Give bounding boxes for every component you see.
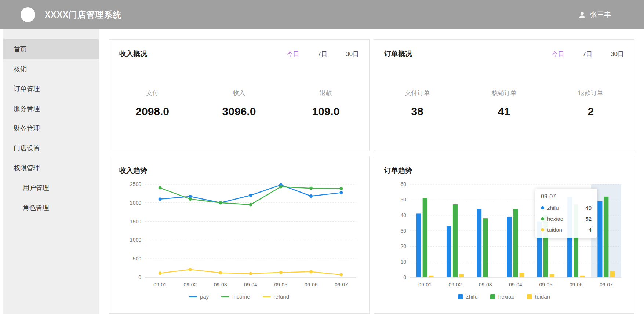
sidebar-item-role-management[interactable]: 角色管理 <box>3 198 99 218</box>
stat-refund-orders-value: 2 <box>547 105 634 118</box>
legend-refund-marker <box>263 296 271 297</box>
sidebar-item-orders[interactable]: 订单管理 <box>3 79 99 99</box>
svg-text:500: 500 <box>133 256 142 262</box>
order-trend-card: 订单趋势 010203040506009-0109-0209-0309-0409… <box>374 156 634 314</box>
legend-refund-label: refund <box>274 293 290 300</box>
legend-income-marker <box>221 296 229 297</box>
sidebar-menu: 首页 核销 订单管理 服务管理 财务管理 门店设置 权限管理 用户管理 角色管理 <box>3 39 99 218</box>
order-tab-30d[interactable]: 30日 <box>611 50 624 58</box>
svg-text:2000: 2000 <box>130 200 141 206</box>
legend-hexiao-label: hexiao <box>498 293 514 300</box>
svg-text:60: 60 <box>400 181 406 187</box>
svg-text:0: 0 <box>403 274 406 280</box>
tooltip-tuidan-value: 4 <box>589 227 592 233</box>
income-trend-title: 收入趋势 <box>119 166 147 175</box>
tooltip-row-zhifu: zhifu 49 <box>541 205 592 211</box>
svg-text:1500: 1500 <box>130 219 141 224</box>
stat-refund-label: 退款 <box>283 89 369 97</box>
svg-text:09-05: 09-05 <box>274 282 287 288</box>
tooltip-tuidan-name: tuidan <box>547 227 562 233</box>
income-tab-30d[interactable]: 30日 <box>346 50 359 58</box>
svg-text:0: 0 <box>138 274 141 280</box>
svg-text:10: 10 <box>400 259 406 265</box>
legend-pay-marker <box>189 296 197 297</box>
sidebar-item-permissions[interactable]: 权限管理 <box>3 158 99 178</box>
legend-pay[interactable]: pay <box>189 293 209 300</box>
svg-text:09-03: 09-03 <box>214 282 227 288</box>
app-header: XXXX门店管理系统 张三丰 <box>0 0 644 29</box>
sidebar-item-store-settings[interactable]: 门店设置 <box>3 138 99 158</box>
stat-refund-orders-label: 退款订单 <box>547 89 634 97</box>
svg-text:09-01: 09-01 <box>418 282 432 288</box>
legend-zhifu-label: zhifu <box>466 293 478 300</box>
stat-verified-orders-label: 核销订单 <box>461 89 547 97</box>
order-stats: 支付订单 38 核销订单 41 退款订单 2 <box>374 89 634 118</box>
sidebar-item-services[interactable]: 服务管理 <box>3 99 99 118</box>
svg-text:20: 20 <box>400 243 406 249</box>
svg-text:09-04: 09-04 <box>244 282 257 288</box>
order-trend-title: 订单趋势 <box>384 166 412 175</box>
stat-refund-orders: 退款订单 2 <box>547 89 634 118</box>
sidebar-item-home[interactable]: 首页 <box>3 39 99 59</box>
income-tab-7d[interactable]: 7日 <box>318 50 327 58</box>
app-title: XXXX门店管理系统 <box>45 9 121 21</box>
svg-text:40: 40 <box>400 212 406 218</box>
income-stats: 支付 2098.0 收入 3096.0 退款 109.0 <box>109 89 369 118</box>
sidebar-item-user-management[interactable]: 用户管理 <box>3 178 99 198</box>
sidebar-item-verification[interactable]: 核销 <box>3 59 99 79</box>
tooltip-zhifu-dot <box>541 206 544 209</box>
sidebar: 首页 核销 订单管理 服务管理 财务管理 门店设置 权限管理 用户管理 角色管理 <box>3 29 99 314</box>
svg-text:30: 30 <box>400 228 406 234</box>
legend-zhifu[interactable]: zhifu <box>458 293 478 300</box>
stat-pay-orders-label: 支付订单 <box>374 89 461 97</box>
legend-tuidan-marker <box>527 294 532 299</box>
svg-text:09-07: 09-07 <box>335 282 348 288</box>
sidebar-item-finance[interactable]: 财务管理 <box>3 118 99 138</box>
app-logo <box>21 7 35 22</box>
stat-income-label: 收入 <box>196 89 282 97</box>
main-content: 收入概况 今日 7日 30日 支付 2098.0 收入 3096.0 退款 10… <box>99 29 644 314</box>
svg-text:09-05: 09-05 <box>539 282 552 288</box>
svg-text:1000: 1000 <box>130 237 141 243</box>
stat-verified-orders-value: 41 <box>461 105 547 118</box>
stat-income-value: 3096.0 <box>196 105 282 118</box>
order-trend-legend: zhifu hexiao tuidan <box>374 293 634 300</box>
legend-income-label: income <box>232 293 250 300</box>
income-overview-card: 收入概况 今日 7日 30日 支付 2098.0 收入 3096.0 退款 10… <box>109 39 370 151</box>
svg-text:09-07: 09-07 <box>600 282 613 288</box>
income-trend-chart[interactable]: 0500100015002000250009-0109-0209-0309-04… <box>119 178 361 292</box>
stat-pay-label: 支付 <box>109 89 196 97</box>
order-overview-card: 订单概况 今日 7日 30日 支付订单 38 核销订单 41 退款订单 2 <box>374 39 634 151</box>
order-tab-today[interactable]: 今日 <box>552 50 564 58</box>
svg-text:09-02: 09-02 <box>184 282 197 288</box>
stat-pay-orders-value: 38 <box>374 105 461 118</box>
tooltip-hexiao-dot <box>541 217 544 220</box>
stat-pay: 支付 2098.0 <box>109 89 196 118</box>
income-trend-card: 收入趋势 0500100015002000250009-0109-0209-03… <box>109 156 370 314</box>
tooltip-row-tuidan: tuidan 4 <box>541 227 592 233</box>
income-overview-title: 收入概况 <box>119 49 147 59</box>
stat-verified-orders: 核销订单 41 <box>461 89 547 118</box>
stat-pay-orders: 支付订单 38 <box>374 89 461 118</box>
tooltip-tuidan-dot <box>541 228 544 231</box>
order-tab-7d[interactable]: 7日 <box>583 50 592 58</box>
tooltip-zhifu-value: 49 <box>585 205 592 211</box>
income-tab-today[interactable]: 今日 <box>287 50 299 58</box>
svg-text:09-02: 09-02 <box>449 282 462 288</box>
legend-hexiao-marker <box>490 294 495 299</box>
chart-tooltip: 09-07 zhifu 49 hexiao 52 tuidan 4 <box>535 189 597 238</box>
svg-text:09-03: 09-03 <box>479 282 492 288</box>
legend-tuidan[interactable]: tuidan <box>527 293 550 300</box>
income-trend-chart-wrap: 0500100015002000250009-0109-0209-0309-04… <box>109 178 369 300</box>
user-menu[interactable]: 张三丰 <box>578 10 611 19</box>
stat-income: 收入 3096.0 <box>196 89 282 118</box>
order-overview-title: 订单概况 <box>384 49 412 59</box>
svg-text:2500: 2500 <box>130 181 141 187</box>
legend-refund[interactable]: refund <box>263 293 290 300</box>
user-name: 张三丰 <box>590 10 611 19</box>
legend-hexiao[interactable]: hexiao <box>490 293 514 300</box>
income-overview-tabs: 今日 7日 30日 <box>287 50 359 58</box>
order-overview-tabs: 今日 7日 30日 <box>552 50 624 58</box>
stat-refund-value: 109.0 <box>283 105 369 118</box>
legend-income[interactable]: income <box>221 293 250 300</box>
